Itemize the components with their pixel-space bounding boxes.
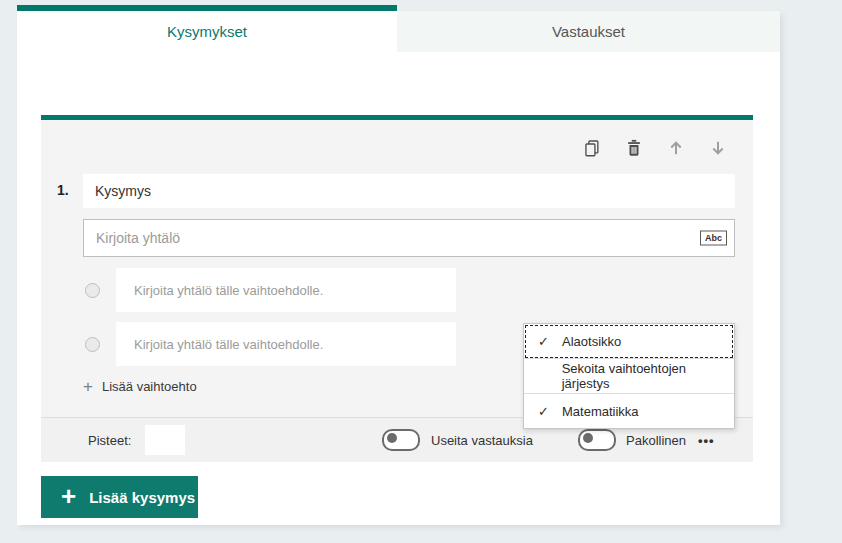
tab-questions[interactable]: Kysymykset [17,11,397,52]
toggle-knob [583,433,593,443]
more-options-button[interactable]: ••• [698,433,715,448]
option-radio-2[interactable] [85,337,100,352]
question-number: 1. [57,182,69,198]
option-input-2[interactable] [116,322,456,366]
menu-item-label: Matematiikka [562,404,639,419]
menu-item-math[interactable]: ✓ Matematiikka [524,394,734,428]
required-toggle[interactable] [578,429,616,451]
abc-text-mode-button[interactable]: Abc [700,231,727,246]
delete-icon [625,139,643,157]
check-icon: ✓ [538,334,554,349]
question-options-menu: ✓ Alaotsikko Sekoita vaihtoehtojen järje… [523,323,735,429]
copy-question-button[interactable] [582,138,601,157]
tab-answers[interactable]: Vastaukset [397,11,780,52]
move-up-button[interactable] [666,138,685,157]
multiple-answers-label: Useita vastauksia [431,433,533,448]
equation-input[interactable] [84,220,734,256]
equation-input-wrap: Abc [83,219,735,257]
option-row-2 [85,322,456,366]
add-question-label: Lisää kysymys [89,489,195,506]
forms-editor-page: Kysymykset Vastaukset [0,0,842,543]
menu-item-label: Sekoita vaihtoehtojen järjestys [562,361,734,391]
option-row-1 [85,268,456,312]
option-input-1[interactable] [116,268,456,312]
add-question-button[interactable]: + Lisää kysymys [41,476,198,518]
plus-icon: + [83,378,93,395]
required-label: Pakollinen [626,433,686,448]
toggle-knob [387,433,397,443]
check-icon: ✓ [538,404,554,419]
add-option-button[interactable]: + Lisää vaihtoehto [83,378,197,395]
option-radio-1[interactable] [85,283,100,298]
question-toolbar [582,138,727,157]
menu-item-shuffle-options[interactable]: Sekoita vaihtoehtojen järjestys [524,359,734,394]
move-down-button[interactable] [708,138,727,157]
multiple-answers-toggle[interactable] [382,429,420,451]
points-input[interactable] [145,425,185,455]
plus-icon: + [61,483,76,509]
content-area: Kysymykset Vastaukset [17,11,780,525]
move-up-icon [667,139,685,157]
delete-question-button[interactable] [624,138,643,157]
menu-item-label: Alaotsikko [562,334,621,349]
menu-item-subtitle[interactable]: ✓ Alaotsikko [524,324,734,359]
question-title-input[interactable] [83,174,735,208]
add-option-label: Lisää vaihtoehto [102,379,197,394]
copy-icon [583,139,601,157]
move-down-icon [709,139,727,157]
points-label: Pisteet: [88,433,131,448]
